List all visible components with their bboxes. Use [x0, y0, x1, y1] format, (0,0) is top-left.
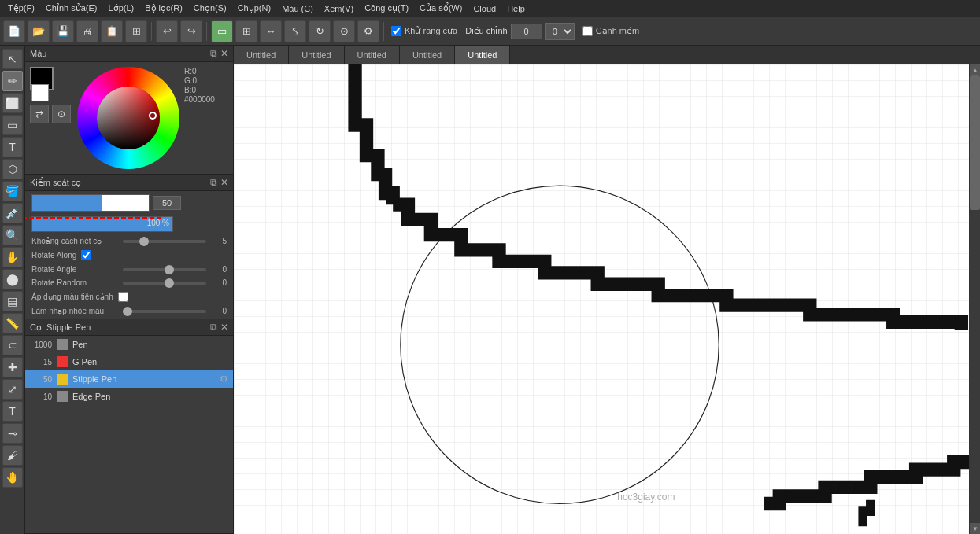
- paint-tool[interactable]: 🖌: [2, 445, 23, 466]
- tab-3[interactable]: Untitled: [345, 46, 400, 64]
- color-panel-expand-icon[interactable]: ⧉: [210, 48, 217, 59]
- menu-filter[interactable]: Bộ lọc(R): [140, 2, 187, 15]
- scrollbar-up-button[interactable]: ▲: [970, 64, 980, 75]
- adjust-dropdown[interactable]: 0: [545, 23, 575, 40]
- brush-control-expand-icon[interactable]: ⧉: [210, 177, 217, 188]
- brush-list-panel: Cọ: Stipple Pen ⧉ ✕ 1000 Pen 15 G Pen: [25, 319, 233, 534]
- gradient-tool[interactable]: ▤: [2, 291, 23, 311]
- color-gradient[interactable]: [97, 87, 160, 149]
- rotate-along-label: Rotate Along: [31, 251, 76, 260]
- brush-spacing-value: 5: [211, 237, 227, 245]
- color-reset-button[interactable]: ⊙: [52, 105, 71, 123]
- cursor-tool[interactable]: ↖: [2, 49, 23, 69]
- pen-name: Pen: [72, 340, 228, 349]
- settings-button[interactable]: ⚙: [357, 20, 379, 42]
- brush-list-close-icon[interactable]: ✕: [220, 322, 228, 333]
- move-tool[interactable]: ✚: [2, 357, 23, 377]
- menu-layer[interactable]: Lớp(L): [104, 2, 139, 15]
- scrollbar-down-button[interactable]: ▼: [970, 523, 980, 534]
- save-file-button[interactable]: 💾: [52, 20, 74, 42]
- fill-tool[interactable]: ▭: [2, 115, 23, 135]
- print-button[interactable]: 📋: [101, 20, 123, 42]
- hand-tool[interactable]: ✋: [2, 247, 23, 267]
- brush-opacity-container: 100 %: [31, 216, 227, 232]
- rotate-angle-track[interactable]: [123, 268, 206, 271]
- rotate-along-checkbox[interactable]: [81, 250, 91, 260]
- antialiasing-checkbox[interactable]: [391, 26, 401, 36]
- right-scrollbar: ▲ ▼: [969, 64, 980, 534]
- apply-color-label: Áp dụng màu tiên cảnh: [31, 293, 113, 301]
- tab-1[interactable]: Untitled: [234, 46, 289, 64]
- menu-window[interactable]: Cửa sổ(W): [415, 2, 467, 15]
- menu-edit[interactable]: Chỉnh sửa(E): [41, 2, 102, 15]
- rotate-random-track[interactable]: [123, 282, 206, 285]
- brush-item-edge[interactable]: 10 Edge Pen: [25, 388, 233, 405]
- adjust-input[interactable]: [511, 24, 542, 39]
- text-tool[interactable]: T: [2, 137, 23, 157]
- new-file-button[interactable]: 📄: [3, 20, 25, 42]
- tab-5[interactable]: Untitled: [455, 46, 510, 64]
- scrollbar-thumb[interactable]: [970, 75, 980, 210]
- color-wheel-container[interactable]: [77, 67, 179, 169]
- menu-color[interactable]: Màu (C): [277, 2, 318, 15]
- transform-button[interactable]: ↔: [260, 20, 282, 42]
- lasso-tool[interactable]: ⊂: [2, 335, 23, 355]
- drawing-canvas[interactable]: [234, 64, 969, 534]
- brush-spacing-track[interactable]: [123, 240, 206, 243]
- blend-tool[interactable]: ⬤: [2, 269, 23, 289]
- zoom-button[interactable]: ⊙: [333, 20, 355, 42]
- layers-button[interactable]: ⊞: [125, 20, 147, 42]
- menu-help[interactable]: Help: [502, 2, 530, 15]
- menu-cloud[interactable]: Cloud: [468, 2, 501, 15]
- export-button[interactable]: 🖨: [76, 20, 98, 42]
- brush-item-pen[interactable]: 1000 Pen: [25, 336, 233, 353]
- brush-item-stipple[interactable]: 50 Stipple Pen ⚙: [25, 370, 233, 388]
- undo-button[interactable]: ↩: [156, 20, 178, 42]
- brush-control-close-icon[interactable]: ✕: [220, 177, 228, 188]
- eyedropper-tool[interactable]: 💉: [2, 203, 23, 223]
- brush-item-gpen[interactable]: 15 G Pen: [25, 353, 233, 370]
- zoom-tool[interactable]: 🔍: [2, 225, 23, 245]
- color-cursor: [149, 112, 157, 120]
- ruler-tool[interactable]: 📏: [2, 313, 23, 333]
- redo-button[interactable]: ↪: [180, 20, 202, 42]
- scrollbar-track[interactable]: [970, 75, 980, 523]
- shape-tool[interactable]: ⬡: [2, 159, 23, 179]
- open-file-button[interactable]: 📂: [28, 20, 50, 42]
- menu-select[interactable]: Chọn(S): [189, 2, 231, 15]
- apply-color-row: Áp dụng màu tiên cảnh: [31, 292, 227, 302]
- smooth-checkbox[interactable]: [582, 26, 593, 36]
- select-tool-button[interactable]: ▭: [211, 20, 233, 42]
- pen-tool[interactable]: ✏: [2, 71, 23, 91]
- menu-tools[interactable]: Công cụ(T): [360, 2, 413, 15]
- tab-4[interactable]: Untitled: [400, 46, 455, 64]
- menu-view[interactable]: Xem(V): [320, 2, 358, 15]
- transform-tool[interactable]: ⤢: [2, 379, 23, 400]
- color-swap-button[interactable]: ⇄: [30, 105, 49, 123]
- color-panel-close-icon[interactable]: ✕: [220, 48, 228, 59]
- brush-size-input[interactable]: 50: [153, 196, 181, 210]
- stipple-gear-icon[interactable]: ⚙: [220, 374, 228, 385]
- brush-list-header: Cọ: Stipple Pen ⧉ ✕: [25, 319, 233, 336]
- menu-file[interactable]: Tệp(F): [3, 2, 39, 15]
- bucket-tool[interactable]: 🪣: [2, 181, 23, 201]
- apply-color-checkbox[interactable]: [118, 292, 128, 302]
- color-panel-header: Màu ⧉ ✕: [25, 46, 233, 62]
- brush-list-title: Cọ: Stipple Pen: [30, 322, 91, 333]
- path-tool[interactable]: ⊸: [2, 423, 23, 444]
- brush-size-preview[interactable]: [31, 194, 150, 212]
- warp-button[interactable]: ⤡: [284, 20, 306, 42]
- brush-list-expand-icon[interactable]: ⧉: [210, 322, 217, 333]
- tab-2[interactable]: Untitled: [289, 46, 344, 64]
- canvas-viewport[interactable]: hoc3giay.com: [234, 64, 969, 534]
- text-tool-2[interactable]: T: [2, 401, 23, 422]
- blur-color-track[interactable]: [123, 310, 206, 313]
- menu-capture[interactable]: Chụp(N): [233, 2, 276, 15]
- lasso-button[interactable]: ⊞: [235, 20, 257, 42]
- pan-tool[interactable]: 🤚: [2, 467, 23, 488]
- gpen-name: G Pen: [72, 357, 228, 366]
- background-color-swatch[interactable]: [31, 84, 49, 101]
- eraser-tool[interactable]: ⬜: [2, 93, 23, 113]
- color-panel-title: Màu: [30, 49, 46, 58]
- rotate-button[interactable]: ↻: [309, 20, 331, 42]
